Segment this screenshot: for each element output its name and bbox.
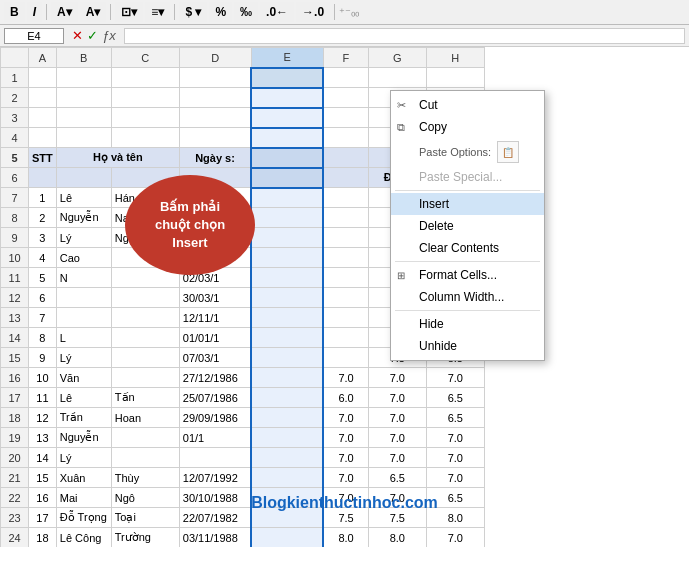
cut-icon: ✂	[397, 99, 406, 112]
menu-item-insert[interactable]: Insert	[391, 193, 544, 215]
formula-bar[interactable]	[124, 28, 685, 44]
menu-sep-1	[395, 190, 540, 191]
table-row: 16 10 Văn 27/12/1986 7.0 7.07.0	[1, 368, 485, 388]
col-header-f[interactable]: F	[323, 48, 368, 68]
ribbon-sep-2	[110, 4, 111, 20]
menu-item-delete[interactable]: Delete	[391, 215, 544, 237]
corner-header	[1, 48, 29, 68]
col-header-c[interactable]: C	[111, 48, 179, 68]
percent-button[interactable]: %	[209, 2, 232, 22]
cancel-icon[interactable]: ✕	[72, 28, 83, 43]
table-row: 20 14 Lý 7.0 7.07.0	[1, 448, 485, 468]
cut-label: Cut	[419, 98, 438, 112]
dec-decrease[interactable]: .0←	[260, 2, 294, 22]
font-color-button[interactable]: A▾	[51, 2, 78, 22]
row-num: 1	[1, 68, 29, 88]
table-row: 1	[1, 68, 485, 88]
formula-icons: ✕ ✓ ƒx	[72, 28, 116, 43]
confirm-icon[interactable]: ✓	[87, 28, 98, 43]
annotation-bubble: Bấm phải chuột chọn Insert	[125, 175, 255, 275]
dec-increase[interactable]: →.0	[296, 2, 330, 22]
paste-options-label: Paste Options:	[419, 146, 491, 158]
highlight-button[interactable]: A▾	[80, 2, 107, 22]
table-row: 17 11 LêTấn 25/07/1986 6.0 7.06.5	[1, 388, 485, 408]
copy-icon: ⧉	[397, 121, 405, 134]
unhide-label: Unhide	[419, 339, 457, 353]
clear-contents-label: Clear Contents	[419, 241, 499, 255]
menu-item-unhide[interactable]: Unhide	[391, 335, 544, 357]
table-row: 24 18 Lê CôngTrường 03/11/1988 8.0 8.07.…	[1, 528, 485, 548]
menu-item-column-width[interactable]: Column Width...	[391, 286, 544, 308]
borders-button[interactable]: ⊡▾	[115, 2, 143, 22]
formula-toolbar: E4 ✕ ✓ ƒx	[0, 25, 689, 47]
col-header-e[interactable]: E	[251, 48, 323, 68]
col-header-h[interactable]: H	[426, 48, 484, 68]
col-header-b[interactable]: B	[56, 48, 111, 68]
insert-label: Insert	[419, 197, 449, 211]
spreadsheet: A B C D E F G H 1 2	[0, 47, 689, 547]
menu-item-hide[interactable]: Hide	[391, 313, 544, 335]
delete-label: Delete	[419, 219, 454, 233]
menu-sep-3	[395, 310, 540, 311]
column-width-label: Column Width...	[419, 290, 504, 304]
col-header-a[interactable]: A	[29, 48, 57, 68]
menu-item-paste-special: Paste Special...	[391, 166, 544, 188]
ribbon-extra: ⁺⁻₀₀	[339, 6, 359, 19]
table-row: 19 13 Nguyễn 01/1 7.0 7.07.0	[1, 428, 485, 448]
menu-sep-2	[395, 261, 540, 262]
menu-item-copy[interactable]: ⧉ Copy	[391, 116, 544, 138]
italic-button[interactable]: I	[27, 2, 42, 22]
ribbon-sep-1	[46, 4, 47, 20]
name-box[interactable]: E4	[4, 28, 64, 44]
copy-label: Copy	[419, 120, 447, 134]
paste-icon-1[interactable]: 📋	[497, 141, 519, 163]
table-row: 21 15 XuânThùy 12/07/1992 7.0 6.57.0	[1, 468, 485, 488]
ribbon-toolbar: B I A▾ A▾ ⊡▾ ≡▾ $ ▾ % ‰ .0← →.0 ⁺⁻₀₀	[0, 0, 689, 25]
ribbon-sep-4	[334, 4, 335, 20]
context-menu: ✂ Cut ⧉ Copy Paste Options: 📋 Paste Spec…	[390, 90, 545, 361]
watermark: Blogkienthuctinhoc.com	[251, 494, 438, 512]
menu-item-format-cells[interactable]: ⊞ Format Cells...	[391, 264, 544, 286]
bold-button[interactable]: B	[4, 2, 25, 22]
format-number-button[interactable]: $ ▾	[179, 2, 207, 22]
col-header-g[interactable]: G	[368, 48, 426, 68]
menu-item-clear-contents[interactable]: Clear Contents	[391, 237, 544, 259]
annotation-text: Bấm phải chuột chọn Insert	[155, 198, 225, 253]
ribbon-sep-3	[174, 4, 175, 20]
format-cells-label: Format Cells...	[419, 268, 497, 282]
paste-options-area: Paste Options: 📋	[391, 138, 544, 166]
hide-label: Hide	[419, 317, 444, 331]
table-row: 18 12 TrầnHoan 29/09/1986 7.0 7.06.5	[1, 408, 485, 428]
menu-item-cut[interactable]: ✂ Cut	[391, 94, 544, 116]
paste-special-label: Paste Special...	[419, 170, 502, 184]
format-cells-icon: ⊞	[397, 270, 405, 281]
comma-button[interactable]: ‰	[234, 2, 258, 22]
fill-button[interactable]: ≡▾	[145, 2, 170, 22]
fx-icon[interactable]: ƒx	[102, 28, 116, 43]
col-header-d[interactable]: D	[179, 48, 251, 68]
